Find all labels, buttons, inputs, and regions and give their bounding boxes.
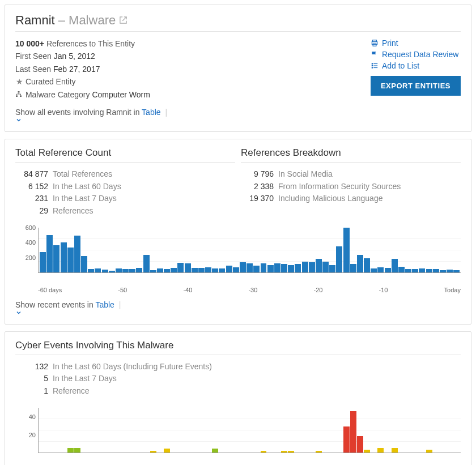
bar xyxy=(316,259,322,272)
bar xyxy=(377,448,384,453)
stat-number: 2 338 xyxy=(241,181,274,193)
bar xyxy=(302,262,308,272)
bar xyxy=(377,267,384,272)
bar xyxy=(392,448,398,453)
external-link-icon[interactable] xyxy=(119,16,128,24)
stat-label: In the Last 60 Days (Including Future Ev… xyxy=(53,361,212,373)
stat-number: 84 877 xyxy=(15,168,48,181)
bar xyxy=(246,263,253,272)
bar xyxy=(343,426,350,453)
stat-number: 9 796 xyxy=(241,168,274,181)
bar xyxy=(219,268,225,272)
bar xyxy=(40,252,46,272)
cyber-events-chart: 2040 -60 days-50-40-30-20-10Today xyxy=(15,408,461,465)
bar xyxy=(171,268,177,272)
bar xyxy=(261,263,267,272)
bar xyxy=(329,265,335,272)
stat-number: 6 152 xyxy=(15,181,48,193)
stat-label: In the Last 7 Days xyxy=(53,373,117,385)
stat-row: 1Reference xyxy=(15,385,461,398)
bar xyxy=(253,266,260,272)
bar xyxy=(61,242,67,272)
chart-bars xyxy=(39,228,461,272)
print-link[interactable]: Print xyxy=(371,37,461,49)
chevron-down-icon[interactable] xyxy=(15,117,461,123)
stat-label: From Information Security Sources xyxy=(278,181,401,193)
bar xyxy=(295,264,301,272)
bar xyxy=(440,270,446,272)
bar xyxy=(426,269,432,272)
stat-label: In the Last 60 Days xyxy=(53,181,121,193)
bar xyxy=(392,259,398,272)
bar xyxy=(385,268,391,272)
chevron-down-icon[interactable] xyxy=(15,309,461,316)
bar xyxy=(212,449,218,452)
bar xyxy=(336,246,342,272)
cyber-events-panel: Cyber Events Involving This Malware 132I… xyxy=(5,331,471,465)
bar xyxy=(371,268,377,272)
stat-row: 132In the Last 60 Days (Including Future… xyxy=(15,361,461,373)
bar xyxy=(46,235,53,272)
entity-name: Ramnit xyxy=(15,13,55,28)
bar xyxy=(88,269,94,272)
bar xyxy=(426,450,432,453)
bar xyxy=(129,269,135,272)
recent-events-table-link[interactable]: Table xyxy=(95,300,114,309)
chart-bars xyxy=(39,408,461,453)
bar xyxy=(281,264,287,272)
bar xyxy=(350,411,356,453)
bar xyxy=(74,236,80,272)
bar xyxy=(205,267,211,272)
stat-label: In the Last 7 Days xyxy=(53,193,117,205)
bar xyxy=(412,269,418,272)
bar xyxy=(102,270,108,272)
bar xyxy=(192,268,198,272)
stat-row: 6 152In the Last 60 Days xyxy=(15,181,235,193)
stat-label: References xyxy=(53,205,94,217)
stat-number: 5 xyxy=(15,373,48,385)
total-ref-stats: 84 877Total References6 152In the Last 6… xyxy=(15,168,235,217)
bar xyxy=(136,268,142,272)
cyber-events-title: Cyber Events Involving This Malware xyxy=(15,340,461,355)
cyber-events-stats: 132In the Last 60 Days (Including Future… xyxy=(15,361,461,398)
bar xyxy=(74,448,80,453)
bar xyxy=(116,268,122,272)
bar xyxy=(150,451,156,453)
bar xyxy=(281,451,287,453)
bar xyxy=(322,262,329,272)
bar xyxy=(122,269,129,272)
bar xyxy=(261,451,267,453)
svg-rect-7 xyxy=(372,65,373,66)
print-icon xyxy=(371,39,379,47)
star-icon: ★ xyxy=(15,75,23,88)
bar xyxy=(364,450,370,453)
svg-rect-11 xyxy=(373,67,377,68)
stat-row: 5In the Last 7 Days xyxy=(15,373,461,385)
bar xyxy=(67,248,74,272)
show-recent-events-line: Show recent events in Table | xyxy=(15,300,461,316)
entity-meta: 10 000+ References to This Entity First … xyxy=(15,37,150,101)
export-entities-button[interactable]: EXPORT ENTITIES xyxy=(371,76,461,96)
ref-breakdown-title: References Breakdown xyxy=(241,147,461,163)
entity-type: – Malware xyxy=(58,13,116,28)
bar xyxy=(274,263,280,272)
stat-number: 29 xyxy=(15,205,48,217)
bar xyxy=(316,451,322,453)
bar xyxy=(309,262,315,272)
request-review-link[interactable]: Request Data Review xyxy=(371,49,461,60)
svg-rect-2 xyxy=(20,95,22,97)
bar xyxy=(398,267,405,272)
show-events-table-link[interactable]: Table xyxy=(142,108,160,117)
bar xyxy=(453,270,460,272)
add-to-list-link[interactable]: Add to List xyxy=(371,60,461,71)
chart-xaxis: -60 days-50-40-30-20-10Today xyxy=(38,287,461,293)
bar xyxy=(433,269,439,272)
bar xyxy=(240,262,246,272)
chart-yaxis: 2040 xyxy=(15,408,38,453)
stat-label: Reference xyxy=(53,385,90,398)
ref-breakdown-stats: 9 796In Social Media2 338From Informatio… xyxy=(241,168,461,205)
reference-count-panel: Total Reference Count 84 877Total Refere… xyxy=(5,139,471,325)
bar xyxy=(267,265,274,272)
stat-number: 231 xyxy=(15,193,48,205)
bar xyxy=(357,255,363,272)
